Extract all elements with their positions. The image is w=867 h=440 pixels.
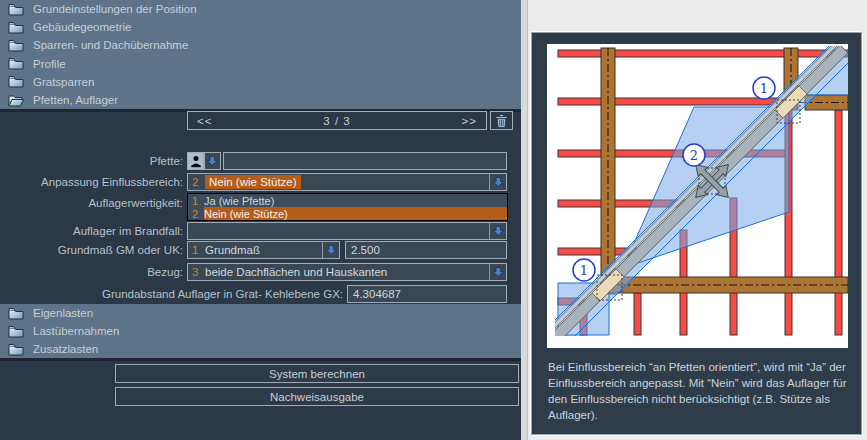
- callout-bottom: 1: [573, 259, 595, 281]
- chevron-down-icon: [493, 226, 504, 236]
- grundabstand-input[interactable]: [347, 285, 507, 303]
- option-label: Ja (wie Pfette): [204, 194, 507, 207]
- help-caption: Bei Einflussbereich “an Pfetten orientie…: [548, 359, 852, 423]
- grundmass-label: Grundmaß GM oder UK:: [0, 241, 183, 259]
- folder-icon: [8, 325, 24, 338]
- grundabstand-label: Grundabstand Auflager in Grat- Kehlebene…: [0, 285, 343, 303]
- folder-icon: [8, 21, 24, 34]
- option-label: Nein (wie Stütze): [204, 207, 507, 220]
- callout-number: 2: [690, 148, 698, 163]
- pfette-input[interactable]: [223, 152, 507, 170]
- app-window: Grundeinstellungen der Position Gebäudeg…: [0, 0, 867, 440]
- combobox-arrow-button[interactable]: [489, 223, 506, 239]
- chevron-down-icon: [326, 245, 337, 255]
- sidebar-item-sparren-dachuebernahme[interactable]: Sparren- und Dachübernahme: [0, 36, 521, 54]
- anpassung-combobox[interactable]: 2 Nein (wie Stütze): [187, 173, 507, 191]
- grundmass-combobox[interactable]: 1 Grundmaß: [187, 241, 340, 259]
- nachweisausgabe-button[interactable]: Nachweisausgabe: [115, 387, 519, 406]
- chevron-down-icon: [493, 177, 504, 187]
- option-number: 1: [188, 195, 204, 207]
- sidebar-item-label: Zusatzlasten: [33, 343, 98, 355]
- sidebar-menu-bottom: Eigenlasten Lastübernahmen Zusatzlasten: [0, 304, 521, 361]
- chevron-down-icon: [207, 156, 218, 166]
- next-record-button[interactable]: >>: [426, 115, 486, 127]
- dropdown-option-nein[interactable]: 2 Nein (wie Stütze): [188, 207, 507, 220]
- system-berechnen-button[interactable]: System berechnen: [115, 364, 519, 383]
- sidebar-menu-top: Grundeinstellungen der Position Gebäudeg…: [0, 0, 521, 112]
- selected-value: beide Dachflächen und Hauskanten: [205, 266, 387, 278]
- folder-icon: [8, 75, 24, 88]
- anpassung-label: Anpassung Einflussbereich:: [0, 173, 183, 191]
- sidebar-item-gebaeudegeometrie[interactable]: Gebäudegeometrie: [0, 18, 521, 36]
- callout-top: 1: [753, 77, 775, 99]
- sidebar-item-pfetten-auflager[interactable]: Pfetten, Auflager: [0, 91, 521, 109]
- sidebar-item-zusatzlasten[interactable]: Zusatzlasten: [0, 340, 521, 358]
- sidebar-item-profile[interactable]: Profile: [0, 55, 521, 73]
- prev-record-button[interactable]: <<: [188, 115, 248, 127]
- bezug-label: Bezug:: [0, 263, 183, 281]
- brandfall-label: Auflager im Brandfall:: [0, 222, 183, 240]
- sidebar-item-label: Lastübernahmen: [33, 325, 119, 337]
- brandfall-combobox[interactable]: [187, 222, 507, 240]
- selected-value: Nein (wie Stütze): [205, 175, 301, 189]
- pfette-picker-button[interactable]: [187, 152, 204, 170]
- callout-mid: 2: [683, 144, 705, 166]
- option-number: 2: [188, 176, 205, 188]
- pfette-label: Pfette:: [0, 152, 183, 170]
- settings-panel: Grundeinstellungen der Position Gebäudeg…: [0, 0, 521, 440]
- info-panel: 1 2 1 Bei Einflussbereich “an Pfetten or…: [531, 32, 862, 435]
- selected-value: Grundmaß: [205, 244, 260, 256]
- sidebar-item-label: Pfetten, Auflager: [33, 94, 118, 106]
- record-counter: 3 / 3: [248, 115, 426, 127]
- sidebar-item-label: Grundeinstellungen der Position: [33, 3, 197, 15]
- help-panel: 1 2 1 Bei Einflussbereich “an Pfetten or…: [528, 0, 867, 440]
- option-number: 1: [188, 244, 205, 256]
- sidebar-item-eigenlasten[interactable]: Eigenlasten: [0, 304, 521, 322]
- option-number: 2: [188, 208, 204, 220]
- sidebar-item-label: Eigenlasten: [33, 307, 93, 319]
- option-number: 3: [188, 266, 205, 278]
- sidebar-item-label: Profile: [33, 58, 66, 70]
- sidebar-item-lastuebernahmen[interactable]: Lastübernahmen: [0, 322, 521, 340]
- dropdown-option-ja[interactable]: 1 Ja (wie Pfette): [188, 194, 507, 207]
- panel-divider[interactable]: [521, 0, 528, 440]
- bezug-combobox[interactable]: 3 beide Dachflächen und Hauskanten: [187, 263, 507, 281]
- sidebar-item-label: Sparren- und Dachübernahme: [33, 39, 188, 51]
- influence-area-drawing: 1 2 1: [547, 44, 848, 348]
- callout-number: 1: [580, 263, 588, 278]
- delete-record-button[interactable]: [490, 111, 513, 130]
- folder-icon: [8, 57, 24, 70]
- folder-icon: [8, 343, 24, 356]
- sidebar-item-label: Gebäudegeometrie: [33, 21, 131, 33]
- anpassung-dropdown-list: 1 Ja (wie Pfette) 2 Nein (wie Stütze): [187, 193, 508, 221]
- folder-icon: [8, 307, 24, 320]
- chevron-down-icon: [493, 267, 504, 277]
- sidebar-item-grundeinstellungen[interactable]: Grundeinstellungen der Position: [0, 0, 521, 18]
- folder-icon: [8, 3, 24, 16]
- callout-number: 1: [760, 81, 768, 96]
- folder-open-icon: [8, 94, 24, 107]
- record-navigator: << 3 / 3 >>: [187, 111, 487, 130]
- combobox-arrow-button[interactable]: [322, 242, 339, 258]
- sidebar-item-label: Gratsparren: [33, 76, 94, 88]
- grundmass-value-input[interactable]: [345, 241, 507, 259]
- auflagerwertigkeit-label: Auflagerwertigkeit:: [0, 196, 183, 210]
- combobox-arrow-button[interactable]: [489, 264, 506, 280]
- pfette-dropdown-button[interactable]: [204, 152, 221, 170]
- sidebar-item-gratsparren[interactable]: Gratsparren: [0, 73, 521, 91]
- roof-plan-diagram: 1 2 1: [547, 44, 848, 348]
- trash-icon: [495, 114, 508, 128]
- combobox-arrow-button[interactable]: [489, 174, 506, 190]
- person-icon: [190, 155, 202, 168]
- folder-icon: [8, 39, 24, 52]
